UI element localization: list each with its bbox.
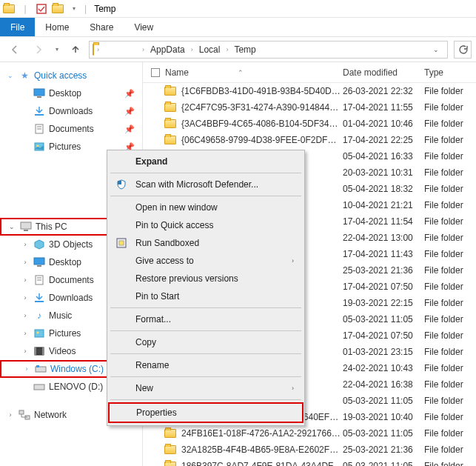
svg-rect-27 xyxy=(118,181,121,184)
address-bar[interactable]: › › AppData › Local › Temp ⌄ xyxy=(89,41,448,59)
drive-icon xyxy=(34,362,47,376)
breadcrumb-local[interactable]: Local xyxy=(196,44,224,55)
nav-downloads[interactable]: Downloads📌 xyxy=(15,102,142,120)
chevron-right-icon[interactable]: › xyxy=(21,347,30,355)
svg-rect-2 xyxy=(37,96,41,98)
chevron-right-icon[interactable]: › xyxy=(21,241,30,248)
file-date: 05-03-2021 11:05 xyxy=(343,428,424,439)
address-folder-icon xyxy=(93,44,94,55)
chevron-right-icon[interactable]: › xyxy=(21,330,30,337)
file-row[interactable]: 186B397C-8AD7-4F9E-81DA-43A4DFD1...05-03… xyxy=(143,458,476,466)
folder-qat-icon[interactable] xyxy=(52,3,64,15)
ctx-expand[interactable]: Expand xyxy=(109,153,303,170)
chevron-right-icon[interactable]: › xyxy=(21,259,30,266)
ctx-label: Pin to Start xyxy=(135,291,179,302)
ctx-new[interactable]: New› xyxy=(109,379,303,397)
file-row[interactable]: {1C6FBDB3-41D0-491B-93B4-5D40D15...26-03… xyxy=(143,83,476,99)
svg-rect-10 xyxy=(24,230,28,231)
tab-file[interactable]: File xyxy=(0,18,35,36)
svg-rect-0 xyxy=(37,4,46,13)
chevron-right-icon: › xyxy=(292,385,294,392)
file-date: 01-03-2021 23:15 xyxy=(343,347,424,357)
ctx-label: Give access to xyxy=(135,256,194,266)
refresh-button[interactable] xyxy=(454,41,472,59)
chevron-right-icon[interactable]: › xyxy=(21,312,30,319)
file-date: 10-04-2021 21:21 xyxy=(343,200,424,210)
file-row[interactable]: {2C4F7C95-3F31-4274-A390-9148448A...17-0… xyxy=(143,99,476,116)
shield-icon xyxy=(115,178,128,191)
svg-rect-17 xyxy=(35,330,44,337)
file-date: 05-03-2021 11:05 xyxy=(343,396,424,406)
file-name: {1C6FBDB3-41D0-491B-93B4-5D40D15... xyxy=(181,86,343,96)
ctx-label: Run Sandboxed xyxy=(135,238,199,248)
qat-dropdown-icon[interactable]: ▾ xyxy=(68,3,80,15)
file-row[interactable]: 24FB16E1-018F-4726-A1A2-29217664E...05-0… xyxy=(143,425,476,442)
file-date: 01-04-2021 10:46 xyxy=(343,119,424,129)
chevron-right-icon[interactable]: › xyxy=(21,276,30,284)
ctx-rename[interactable]: Rename xyxy=(109,356,303,374)
chevron-right-icon[interactable]: › xyxy=(191,46,193,53)
file-row[interactable]: {06C49658-9799-4D38-9FEE-0F2DFC0B...17-0… xyxy=(143,132,476,148)
file-name: {06C49658-9799-4D38-9FEE-0F2DFC0B... xyxy=(181,135,343,145)
ctx-separator xyxy=(110,399,301,400)
address-dropdown-icon[interactable]: ⌄ xyxy=(428,41,444,58)
file-type: File folder xyxy=(424,363,476,373)
ctx-pin-quick-access[interactable]: Pin to Quick access xyxy=(109,216,303,234)
ctx-pin-start[interactable]: Pin to Start xyxy=(109,287,303,305)
chevron-down-icon[interactable]: ⌄ xyxy=(7,223,16,230)
ctx-copy[interactable]: Copy xyxy=(109,333,303,351)
tab-share[interactable]: Share xyxy=(79,18,124,36)
file-name: {3AC4BBF9-4C65-4086-B104-5DF3482... xyxy=(181,119,343,129)
chevron-right-icon[interactable]: › xyxy=(22,365,31,373)
breadcrumb-appdata[interactable]: AppData xyxy=(147,44,188,55)
nav-forward-button[interactable] xyxy=(28,41,49,59)
chevron-right-icon[interactable]: › xyxy=(97,46,99,53)
folder-icon xyxy=(164,462,177,466)
ctx-run-sandboxed[interactable]: Run Sandboxed xyxy=(109,234,303,252)
pin-icon: 📌 xyxy=(124,107,135,116)
tab-view[interactable]: View xyxy=(124,18,164,36)
file-date: 17-04-2021 11:54 xyxy=(343,216,424,227)
file-row[interactable]: 32A1825B-4F4B-4B65-9E8A-E2602FCD...25-03… xyxy=(143,442,476,458)
file-type: File folder xyxy=(424,233,476,243)
chevron-right-icon[interactable]: › xyxy=(21,294,30,302)
ctx-scan-defender[interactable]: Scan with Microsoft Defender... xyxy=(109,176,303,193)
file-date: 24-02-2021 10:43 xyxy=(343,363,424,373)
file-type: File folder xyxy=(424,347,476,357)
folder-icon xyxy=(3,3,15,15)
nav-recent-button[interactable]: ▾ xyxy=(52,41,62,59)
folder-icon xyxy=(164,119,177,128)
file-date: 17-04-2021 07:50 xyxy=(343,330,424,341)
file-date: 19-03-2021 22:15 xyxy=(343,298,424,308)
computer-icon xyxy=(19,220,33,233)
ctx-label: Rename xyxy=(135,360,169,370)
ctx-give-access-to[interactable]: Give access to› xyxy=(109,252,303,270)
star-icon: ★ xyxy=(18,69,31,82)
nav-desktop[interactable]: Desktop📌 xyxy=(15,84,142,102)
chevron-down-icon[interactable]: ⌄ xyxy=(6,72,15,79)
breadcrumb-temp[interactable]: Temp xyxy=(231,44,258,55)
sandbox-icon xyxy=(115,236,128,250)
ctx-open-new-window[interactable]: Open in new window xyxy=(109,199,303,216)
chevron-right-icon[interactable]: › xyxy=(6,411,15,419)
ctx-restore-previous[interactable]: Restore previous versions xyxy=(109,270,303,287)
nav-this-pc[interactable]: ⌄ This PC xyxy=(0,218,121,236)
column-name[interactable]: Name⌃ xyxy=(164,67,343,78)
file-type: File folder xyxy=(424,396,476,406)
column-date[interactable]: Date modified xyxy=(343,67,424,78)
chevron-right-icon[interactable]: › xyxy=(226,46,228,53)
properties-qat-icon[interactable] xyxy=(36,3,47,15)
column-type[interactable]: Type xyxy=(424,67,469,78)
ctx-properties[interactable]: Properties xyxy=(110,404,302,422)
file-row[interactable]: {3AC4BBF9-4C65-4086-B104-5DF3482...01-04… xyxy=(143,116,476,132)
file-type: File folder xyxy=(424,461,476,466)
select-all-checkbox[interactable] xyxy=(147,68,164,77)
nav-up-button[interactable] xyxy=(65,41,86,59)
file-type: File folder xyxy=(424,216,476,227)
chevron-right-icon[interactable]: › xyxy=(142,46,144,53)
nav-back-button[interactable] xyxy=(4,41,25,59)
nav-quick-access[interactable]: ⌄ ★ Quick access xyxy=(0,67,142,84)
ctx-format[interactable]: Format... xyxy=(109,310,303,328)
tab-home[interactable]: Home xyxy=(35,18,79,36)
nav-documents[interactable]: Documents📌 xyxy=(15,120,142,138)
